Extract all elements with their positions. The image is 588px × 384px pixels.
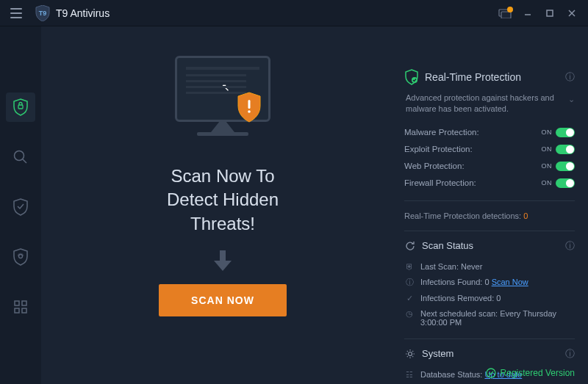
system-header: System ⓘ <box>404 348 575 360</box>
scan-now-link[interactable]: Scan Now <box>492 278 528 286</box>
svg-point-10 <box>19 255 23 258</box>
app-title: T9 Antivirus <box>56 7 110 19</box>
window-controls <box>498 3 582 23</box>
svg-rect-11 <box>15 301 19 305</box>
scan-now-button[interactable]: SCAN NOW <box>159 284 287 316</box>
menu-button[interactable] <box>6 3 26 23</box>
svg-rect-12 <box>22 301 26 305</box>
clock-icon: ◷ <box>404 309 415 319</box>
database-icon: ☷ <box>404 370 415 380</box>
center-panel: ↖ Scan Now To Detect Hidden Threats! SCA… <box>41 26 404 384</box>
scan-status-title: Scan Status <box>422 240 473 251</box>
refresh-icon <box>404 240 416 252</box>
protection-row-web: Web Protection: ON <box>404 158 575 175</box>
svg-point-8 <box>15 151 24 161</box>
arrow-down-icon <box>212 249 233 272</box>
realtime-header: Real-Time Protection ⓘ <box>404 69 575 85</box>
gear-icon <box>404 348 416 360</box>
detections-row: Real-Time Protection detections: 0 <box>404 210 575 222</box>
svg-rect-4 <box>547 10 553 16</box>
svg-rect-2 <box>501 12 511 18</box>
check-circle-icon <box>486 368 496 378</box>
close-button[interactable] <box>562 3 582 23</box>
titlebar: T9 T9 Antivirus <box>0 0 588 26</box>
notification-dot-icon <box>507 7 513 12</box>
help-icon[interactable]: ⓘ <box>565 239 575 253</box>
sidebar-item-scan[interactable] <box>6 142 35 172</box>
shield-check-icon <box>404 69 419 85</box>
last-scan-row: ⛨ Last Scan: Never <box>404 259 575 274</box>
sidebar-item-protection[interactable] <box>6 93 35 122</box>
toggle-firewall[interactable]: ON <box>542 178 576 188</box>
detections-count: 0 <box>523 211 528 220</box>
infections-removed-row: ✓ Infections Removed: 0 <box>404 291 575 306</box>
shield-small-icon: ⛨ <box>404 262 415 271</box>
realtime-title: Real-Time Protection <box>425 71 521 83</box>
app-logo: T9 T9 Antivirus <box>35 5 110 21</box>
headline: Scan Now To Detect Hidden Threats! <box>167 164 279 236</box>
svg-line-9 <box>23 159 26 163</box>
svg-rect-7 <box>18 105 23 109</box>
toggle-exploit[interactable]: ON <box>542 145 576 154</box>
monitor-illustration: ↖ <box>168 56 278 151</box>
right-panel: Real-Time Protection ⓘ Advanced protecti… <box>404 26 588 384</box>
next-scan-row: ◷ Next scheduled scan: Every Thursday 3:… <box>404 306 575 330</box>
svg-rect-14 <box>22 308 26 313</box>
maximize-button[interactable] <box>539 3 560 23</box>
sidebar <box>0 26 41 384</box>
svg-point-19 <box>487 369 495 377</box>
system-title: System <box>422 348 453 359</box>
scan-status-header: Scan Status ⓘ <box>404 240 575 252</box>
sidebar-item-quarantine[interactable] <box>6 192 35 222</box>
svg-rect-16 <box>248 100 251 109</box>
shield-logo-icon: T9 <box>35 5 50 21</box>
svg-rect-13 <box>15 308 19 313</box>
svg-point-15 <box>248 110 251 113</box>
help-icon[interactable]: ⓘ <box>565 347 575 361</box>
check-icon: ✓ <box>404 294 415 303</box>
toggle-malware[interactable]: ON <box>542 128 576 137</box>
toggle-web[interactable]: ON <box>542 162 576 171</box>
info-icon: ⓘ <box>404 277 415 288</box>
minimize-button[interactable] <box>517 3 538 23</box>
footer-status: Registered Version <box>486 362 588 384</box>
notifications-icon[interactable] <box>498 8 512 18</box>
svg-text:T9: T9 <box>39 10 47 17</box>
sidebar-item-privacy[interactable] <box>6 242 35 272</box>
protection-row-malware: Malware Protection: ON <box>404 124 575 141</box>
chevron-down-icon[interactable]: ⌄ <box>568 94 575 105</box>
registered-label: Registered Version <box>501 368 575 378</box>
infections-found-row: ⓘ Infections Found: 0 Scan Now <box>404 274 575 291</box>
svg-point-18 <box>409 352 412 355</box>
realtime-subtext: Advanced protection against hackers and … <box>404 93 575 115</box>
help-icon[interactable]: ⓘ <box>565 70 575 84</box>
sidebar-item-apps[interactable] <box>6 292 35 322</box>
protection-row-exploit: Exploit Protection: ON <box>404 141 575 158</box>
cursor-icon: ↖ <box>221 81 230 93</box>
shield-warning-icon <box>235 91 263 123</box>
protection-row-firewall: Firewall Protection: ON <box>404 175 575 192</box>
